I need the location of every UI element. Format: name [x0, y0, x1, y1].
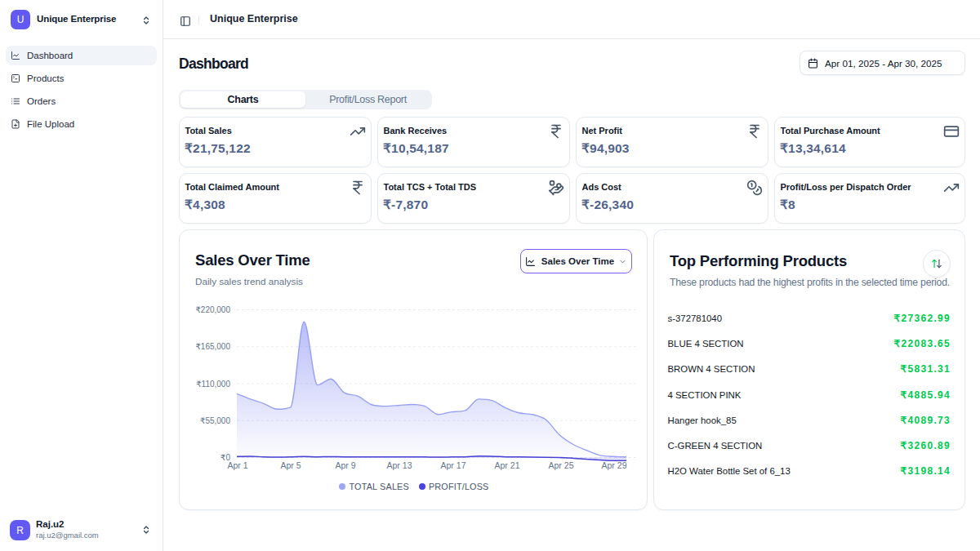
svg-text:Apr 21: Apr 21	[495, 460, 520, 470]
svg-text:Apr 25: Apr 25	[549, 460, 574, 470]
svg-text:₹55,000: ₹55,000	[200, 416, 230, 425]
svg-text:₹165,000: ₹165,000	[195, 342, 230, 351]
svg-text:Apr 5: Apr 5	[280, 460, 301, 470]
svg-text:Apr 17: Apr 17	[441, 460, 466, 470]
svg-text:Apr 13: Apr 13	[387, 460, 412, 470]
svg-text:Apr 9: Apr 9	[335, 460, 355, 470]
svg-text:Apr 29: Apr 29	[602, 460, 627, 470]
svg-text:₹220,000: ₹220,000	[195, 305, 230, 314]
svg-text:₹110,000: ₹110,000	[196, 380, 230, 389]
svg-text:Apr 1: Apr 1	[227, 460, 247, 470]
